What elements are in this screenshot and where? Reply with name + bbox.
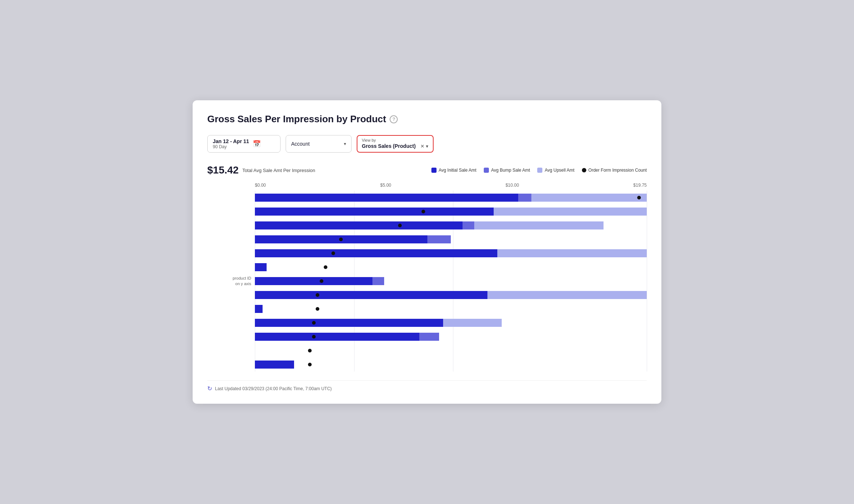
bar-upsell-segment <box>497 249 647 257</box>
bar-initial-segment <box>255 221 463 229</box>
impression-count-dot <box>316 307 319 311</box>
legend-dot-marker <box>582 168 586 172</box>
legend-item: Avg Initial Sale Amt <box>431 168 476 173</box>
page-title: Gross Sales Per Impression by Product <box>207 113 386 125</box>
stat-main: $15.42 Total Avg Sale Amt Per Impression <box>207 164 315 176</box>
bar-group <box>255 277 647 285</box>
legend-label: Avg Bump Sale Amt <box>491 168 530 173</box>
main-card: Gross Sales Per Impression by Product ? … <box>193 100 661 404</box>
y-axis-label: product IDon y axis <box>207 276 251 287</box>
impression-count-dot <box>398 224 402 227</box>
legend-label: Avg Initial Sale Amt <box>439 168 476 173</box>
bar-group <box>255 194 647 202</box>
bar-upsell-segment <box>443 319 502 327</box>
bar-group <box>255 208 647 216</box>
bar-initial-segment <box>255 208 494 216</box>
impression-count-dot <box>316 293 319 297</box>
bar-group <box>255 305 647 313</box>
chevron-down-icon[interactable]: ▾ <box>426 143 428 149</box>
bar-group <box>255 235 647 243</box>
impression-count-dot <box>308 363 312 366</box>
impression-count-dot <box>312 321 316 325</box>
bar-group <box>255 347 647 355</box>
bar-upsell-segment <box>487 291 647 299</box>
x-axis-label: $19.75 <box>633 183 647 188</box>
legend-color-swatch <box>484 168 489 173</box>
filters-row: Jan 12 - Apr 11 90 Day 📅 Account ▾ View … <box>207 135 647 153</box>
impression-count-dot <box>339 238 343 241</box>
calendar-icon: 📅 <box>253 140 261 148</box>
viewby-icons: ✕ ▾ <box>420 143 428 149</box>
x-axis: $0.00$5.00$10.00$19.75 <box>255 183 647 188</box>
bar-initial-segment <box>255 361 294 369</box>
bar-row <box>255 274 647 288</box>
legend-item: Order Form Impression Count <box>582 168 647 173</box>
close-icon[interactable]: ✕ <box>420 143 424 149</box>
bar-row <box>255 302 647 316</box>
stats-row: $15.42 Total Avg Sale Amt Per Impression… <box>207 164 647 176</box>
viewby-label: View by <box>362 138 428 142</box>
account-filter[interactable]: Account ▾ <box>286 135 352 153</box>
bar-row <box>255 232 647 246</box>
bar-initial-segment <box>255 249 497 257</box>
x-axis-label: $0.00 <box>255 183 266 188</box>
grid-line <box>647 191 647 372</box>
viewby-filter[interactable]: View by Gross Sales (Product) ✕ ▾ <box>357 135 434 153</box>
bar-group <box>255 319 647 327</box>
bar-row <box>255 288 647 302</box>
chart-body: product IDon y axis <box>255 191 647 372</box>
impression-count-dot <box>422 210 425 213</box>
impression-count-dot <box>320 279 323 283</box>
bar-upsell-segment <box>474 221 604 229</box>
x-axis-label: $10.00 <box>505 183 519 188</box>
bar-row <box>255 205 647 219</box>
chevron-down-icon: ▾ <box>344 141 346 146</box>
legend-item: Avg Upsell Amt <box>537 168 574 173</box>
date-filter[interactable]: Jan 12 - Apr 11 90 Day 📅 <box>207 135 281 153</box>
bar-group <box>255 249 647 257</box>
header-row: Gross Sales Per Impression by Product ? <box>207 113 647 125</box>
bar-initial-segment <box>255 305 263 313</box>
chart-area: $0.00$5.00$10.00$19.75 product IDon y ax… <box>207 183 647 372</box>
impression-count-dot <box>331 251 335 255</box>
bar-initial-segment <box>255 194 518 202</box>
refresh-icon: ↻ <box>207 385 212 392</box>
viewby-value: Gross Sales (Product) <box>362 143 418 149</box>
date-range: Jan 12 - Apr 11 <box>213 138 249 144</box>
viewby-value-row: Gross Sales (Product) ✕ ▾ <box>362 143 428 149</box>
bar-bump-segment <box>463 221 474 229</box>
bar-initial-segment <box>255 291 487 299</box>
bar-group <box>255 221 647 229</box>
bar-row <box>255 246 647 260</box>
stat-label: Total Avg Sale Amt Per Impression <box>242 168 315 173</box>
bar-bump-segment <box>518 194 531 202</box>
bar-group <box>255 333 647 341</box>
footer: ↻ Last Updated 03/29/2023 (24:00 Pacific… <box>207 380 647 392</box>
bar-row <box>255 344 647 358</box>
bar-row <box>255 316 647 330</box>
bar-initial-segment <box>255 263 267 271</box>
bar-initial-segment <box>255 277 372 285</box>
bar-bump-segment <box>427 235 451 243</box>
account-label: Account <box>291 141 341 147</box>
help-icon[interactable]: ? <box>390 115 398 123</box>
bar-row <box>255 358 647 372</box>
x-axis-label: $5.00 <box>380 183 391 188</box>
bar-row <box>255 330 647 344</box>
impression-count-dot <box>312 335 316 339</box>
bar-upsell-segment <box>531 194 647 202</box>
bar-bump-segment <box>372 277 384 285</box>
bar-row <box>255 219 647 232</box>
bar-bump-segment <box>419 333 439 341</box>
impression-count-dot <box>637 196 641 199</box>
legend-color-swatch <box>537 168 542 173</box>
bar-group <box>255 361 647 369</box>
bar-row <box>255 260 647 274</box>
impression-count-dot <box>324 265 327 269</box>
stat-value: $15.42 <box>207 164 239 176</box>
bar-group <box>255 291 647 299</box>
bar-initial-segment <box>255 319 443 327</box>
legend-label: Avg Upsell Amt <box>545 168 574 173</box>
legend-label: Order Form Impression Count <box>588 168 647 173</box>
legend: Avg Initial Sale AmtAvg Bump Sale AmtAvg… <box>431 168 647 173</box>
